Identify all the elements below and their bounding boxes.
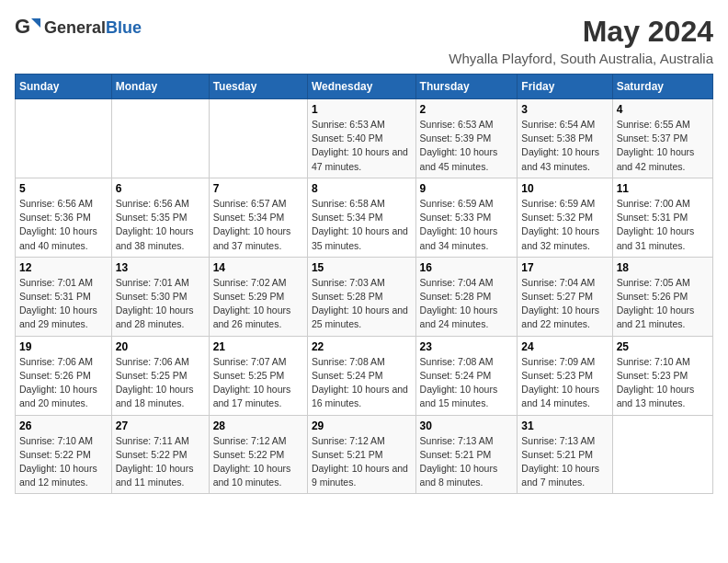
calendar-cell: 28Sunrise: 7:12 AMSunset: 5:22 PMDayligh… — [209, 415, 307, 494]
calendar-week-row: 12Sunrise: 7:01 AMSunset: 5:31 PMDayligh… — [16, 257, 713, 336]
logo-blue: Blue — [106, 18, 142, 37]
day-number: 29 — [312, 419, 412, 432]
day-number: 16 — [420, 261, 514, 274]
day-number: 9 — [420, 182, 514, 195]
day-number: 22 — [312, 340, 412, 353]
day-number: 2 — [420, 103, 514, 116]
calendar-cell: 17Sunrise: 7:04 AMSunset: 5:27 PMDayligh… — [518, 257, 612, 336]
day-info: Sunrise: 7:10 AMSunset: 5:22 PMDaylight:… — [19, 434, 108, 490]
day-number: 3 — [521, 103, 608, 116]
calendar-week-row: 26Sunrise: 7:10 AMSunset: 5:22 PMDayligh… — [16, 415, 713, 494]
day-number: 7 — [213, 182, 303, 195]
day-number: 12 — [19, 261, 108, 274]
main-title: May 2024 — [449, 15, 713, 49]
day-number: 19 — [19, 340, 108, 353]
day-info: Sunrise: 7:08 AMSunset: 5:24 PMDaylight:… — [420, 355, 514, 411]
day-number: 30 — [420, 419, 514, 432]
calendar-cell: 25Sunrise: 7:10 AMSunset: 5:23 PMDayligh… — [612, 336, 712, 415]
calendar-cell: 31Sunrise: 7:13 AMSunset: 5:21 PMDayligh… — [518, 415, 612, 494]
day-number: 21 — [213, 340, 303, 353]
day-info: Sunrise: 7:11 AMSunset: 5:22 PMDaylight:… — [116, 434, 205, 490]
day-info: Sunrise: 6:57 AMSunset: 5:34 PMDaylight:… — [213, 197, 303, 253]
header-day: Friday — [518, 75, 612, 99]
day-info: Sunrise: 7:01 AMSunset: 5:31 PMDaylight:… — [19, 276, 108, 332]
day-info: Sunrise: 7:12 AMSunset: 5:22 PMDaylight:… — [213, 434, 303, 490]
day-info: Sunrise: 7:08 AMSunset: 5:24 PMDaylight:… — [312, 355, 412, 411]
calendar-cell: 13Sunrise: 7:01 AMSunset: 5:30 PMDayligh… — [111, 257, 209, 336]
day-info: Sunrise: 7:10 AMSunset: 5:23 PMDaylight:… — [617, 355, 709, 411]
calendar-table: SundayMondayTuesdayWednesdayThursdayFrid… — [15, 74, 713, 494]
svg-text:G: G — [15, 15, 30, 38]
day-number: 11 — [617, 182, 709, 195]
day-number: 8 — [312, 182, 412, 195]
calendar-cell: 18Sunrise: 7:05 AMSunset: 5:26 PMDayligh… — [612, 257, 712, 336]
calendar-cell: 29Sunrise: 7:12 AMSunset: 5:21 PMDayligh… — [307, 415, 415, 494]
calendar-cell — [612, 415, 712, 494]
logo: G GeneralBlue — [15, 15, 142, 40]
day-number: 23 — [420, 340, 514, 353]
day-info: Sunrise: 6:59 AMSunset: 5:33 PMDaylight:… — [420, 197, 514, 253]
calendar-cell: 9Sunrise: 6:59 AMSunset: 5:33 PMDaylight… — [415, 178, 518, 257]
logo-general: General — [44, 18, 106, 37]
day-info: Sunrise: 7:01 AMSunset: 5:30 PMDaylight:… — [116, 276, 205, 332]
day-number: 6 — [116, 182, 205, 195]
calendar-body: 1Sunrise: 6:53 AMSunset: 5:40 PMDaylight… — [16, 99, 713, 494]
day-info: Sunrise: 7:00 AMSunset: 5:31 PMDaylight:… — [617, 197, 709, 253]
day-info: Sunrise: 7:13 AMSunset: 5:21 PMDaylight:… — [420, 434, 514, 490]
day-number: 24 — [521, 340, 608, 353]
day-number: 31 — [521, 419, 608, 432]
day-info: Sunrise: 7:07 AMSunset: 5:25 PMDaylight:… — [213, 355, 303, 411]
calendar-cell: 27Sunrise: 7:11 AMSunset: 5:22 PMDayligh… — [111, 415, 209, 494]
header-day: Saturday — [612, 75, 712, 99]
day-number: 18 — [617, 261, 709, 274]
calendar-cell: 20Sunrise: 7:06 AMSunset: 5:25 PMDayligh… — [111, 336, 209, 415]
day-info: Sunrise: 6:55 AMSunset: 5:37 PMDaylight:… — [617, 118, 709, 174]
calendar-cell: 16Sunrise: 7:04 AMSunset: 5:28 PMDayligh… — [415, 257, 518, 336]
header-day: Tuesday — [209, 75, 307, 99]
day-info: Sunrise: 7:12 AMSunset: 5:21 PMDaylight:… — [312, 434, 412, 490]
header-day: Wednesday — [307, 75, 415, 99]
calendar-week-row: 1Sunrise: 6:53 AMSunset: 5:40 PMDaylight… — [16, 99, 713, 178]
day-number: 26 — [19, 419, 108, 432]
calendar-cell: 1Sunrise: 6:53 AMSunset: 5:40 PMDaylight… — [307, 99, 415, 178]
calendar-cell: 15Sunrise: 7:03 AMSunset: 5:28 PMDayligh… — [307, 257, 415, 336]
day-info: Sunrise: 7:04 AMSunset: 5:28 PMDaylight:… — [420, 276, 514, 332]
calendar-cell: 24Sunrise: 7:09 AMSunset: 5:23 PMDayligh… — [518, 336, 612, 415]
calendar-week-row: 5Sunrise: 6:56 AMSunset: 5:36 PMDaylight… — [16, 178, 713, 257]
calendar-cell: 3Sunrise: 6:54 AMSunset: 5:38 PMDaylight… — [518, 99, 612, 178]
logo-icon: G — [15, 15, 40, 40]
calendar-cell: 14Sunrise: 7:02 AMSunset: 5:29 PMDayligh… — [209, 257, 307, 336]
calendar-cell: 4Sunrise: 6:55 AMSunset: 5:37 PMDaylight… — [612, 99, 712, 178]
calendar-week-row: 19Sunrise: 7:06 AMSunset: 5:26 PMDayligh… — [16, 336, 713, 415]
day-info: Sunrise: 7:05 AMSunset: 5:26 PMDaylight:… — [617, 276, 709, 332]
day-info: Sunrise: 7:13 AMSunset: 5:21 PMDaylight:… — [521, 434, 608, 490]
day-number: 14 — [213, 261, 303, 274]
calendar-cell: 30Sunrise: 7:13 AMSunset: 5:21 PMDayligh… — [415, 415, 518, 494]
day-info: Sunrise: 7:02 AMSunset: 5:29 PMDaylight:… — [213, 276, 303, 332]
calendar-cell: 12Sunrise: 7:01 AMSunset: 5:31 PMDayligh… — [16, 257, 112, 336]
header-day: Monday — [111, 75, 209, 99]
calendar-cell: 11Sunrise: 7:00 AMSunset: 5:31 PMDayligh… — [612, 178, 712, 257]
day-number: 25 — [617, 340, 709, 353]
calendar-cell: 22Sunrise: 7:08 AMSunset: 5:24 PMDayligh… — [307, 336, 415, 415]
calendar-cell — [111, 99, 209, 178]
calendar-header: SundayMondayTuesdayWednesdayThursdayFrid… — [16, 75, 713, 99]
day-info: Sunrise: 6:54 AMSunset: 5:38 PMDaylight:… — [521, 118, 608, 174]
calendar-cell — [16, 99, 112, 178]
header-row: SundayMondayTuesdayWednesdayThursdayFrid… — [16, 75, 713, 99]
day-info: Sunrise: 7:09 AMSunset: 5:23 PMDaylight:… — [521, 355, 608, 411]
calendar-cell: 5Sunrise: 6:56 AMSunset: 5:36 PMDaylight… — [16, 178, 112, 257]
day-info: Sunrise: 7:03 AMSunset: 5:28 PMDaylight:… — [312, 276, 412, 332]
subtitle: Whyalla Playford, South Australia, Austr… — [449, 51, 713, 66]
day-number: 4 — [617, 103, 709, 116]
day-info: Sunrise: 6:58 AMSunset: 5:34 PMDaylight:… — [312, 197, 412, 253]
day-info: Sunrise: 6:59 AMSunset: 5:32 PMDaylight:… — [521, 197, 608, 253]
day-number: 15 — [312, 261, 412, 274]
calendar-cell: 8Sunrise: 6:58 AMSunset: 5:34 PMDaylight… — [307, 178, 415, 257]
title-block: May 2024 Whyalla Playford, South Austral… — [449, 15, 713, 66]
calendar-cell — [209, 99, 307, 178]
header-day: Sunday — [16, 75, 112, 99]
calendar-cell: 2Sunrise: 6:53 AMSunset: 5:39 PMDaylight… — [415, 99, 518, 178]
day-number: 27 — [116, 419, 205, 432]
day-number: 20 — [116, 340, 205, 353]
